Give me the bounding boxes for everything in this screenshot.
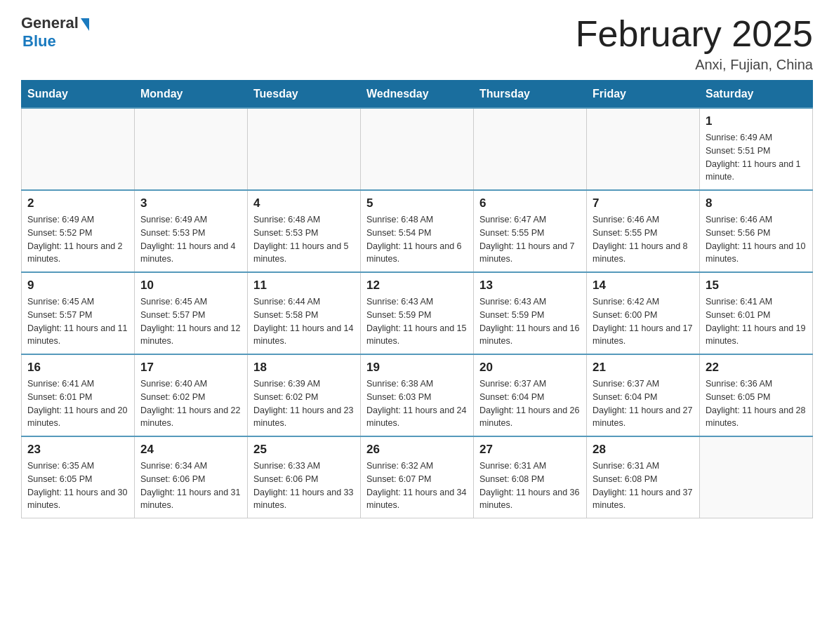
calendar-cell [248,108,361,190]
calendar-cell: 11Sunrise: 6:44 AMSunset: 5:58 PMDayligh… [248,272,361,354]
calendar-cell [22,108,135,190]
day-info: Sunrise: 6:31 AMSunset: 6:08 PMDaylight:… [479,459,581,512]
day-number: 26 [366,443,468,457]
week-row-1: 1Sunrise: 6:49 AMSunset: 5:51 PMDaylight… [22,108,813,190]
day-number: 10 [140,279,241,293]
calendar-cell: 14Sunrise: 6:42 AMSunset: 6:00 PMDayligh… [587,272,700,354]
day-info: Sunrise: 6:43 AMSunset: 5:59 PMDaylight:… [366,295,468,348]
day-info: Sunrise: 6:34 AMSunset: 6:06 PMDaylight:… [140,459,241,512]
day-number: 15 [706,279,807,293]
calendar-cell: 26Sunrise: 6:32 AMSunset: 6:07 PMDayligh… [361,436,474,518]
day-info: Sunrise: 6:40 AMSunset: 6:02 PMDaylight:… [140,377,241,430]
day-number: 28 [593,443,694,457]
day-number: 23 [27,443,128,457]
calendar-cell [587,108,700,190]
day-info: Sunrise: 6:38 AMSunset: 6:03 PMDaylight:… [366,377,468,430]
calendar-body: 1Sunrise: 6:49 AMSunset: 5:51 PMDaylight… [22,108,813,518]
header-row: SundayMondayTuesdayWednesdayThursdayFrid… [22,81,813,109]
calendar-cell: 17Sunrise: 6:40 AMSunset: 6:02 PMDayligh… [135,354,248,436]
calendar-cell: 4Sunrise: 6:48 AMSunset: 5:53 PMDaylight… [248,190,361,272]
day-number: 5 [366,196,468,210]
calendar-cell: 3Sunrise: 6:49 AMSunset: 5:53 PMDaylight… [135,190,248,272]
calendar-cell: 22Sunrise: 6:36 AMSunset: 6:05 PMDayligh… [700,354,813,436]
day-number: 21 [593,361,694,375]
day-number: 9 [27,279,128,293]
calendar-cell: 28Sunrise: 6:31 AMSunset: 6:08 PMDayligh… [587,436,700,518]
calendar-cell: 15Sunrise: 6:41 AMSunset: 6:01 PMDayligh… [700,272,813,354]
calendar-cell: 7Sunrise: 6:46 AMSunset: 5:55 PMDaylight… [587,190,700,272]
calendar-cell [135,108,248,190]
page-header: General Blue February 2025 Anxi, Fujian,… [21,14,813,73]
day-number: 20 [479,361,581,375]
day-info: Sunrise: 6:49 AMSunset: 5:51 PMDaylight:… [706,131,807,184]
header-day-monday: Monday [135,81,248,109]
calendar-cell: 1Sunrise: 6:49 AMSunset: 5:51 PMDaylight… [700,108,813,190]
day-number: 16 [27,361,128,375]
day-info: Sunrise: 6:45 AMSunset: 5:57 PMDaylight:… [140,295,241,348]
day-number: 22 [706,361,807,375]
calendar-cell [361,108,474,190]
day-number: 7 [593,196,694,210]
header-day-saturday: Saturday [700,81,813,109]
calendar-header: SundayMondayTuesdayWednesdayThursdayFrid… [22,81,813,109]
calendar-table: SundayMondayTuesdayWednesdayThursdayFrid… [21,80,813,518]
day-info: Sunrise: 6:36 AMSunset: 6:05 PMDaylight:… [706,377,807,430]
logo-arrow-icon [81,18,89,31]
calendar-cell: 24Sunrise: 6:34 AMSunset: 6:06 PMDayligh… [135,436,248,518]
day-number: 13 [479,279,581,293]
day-info: Sunrise: 6:45 AMSunset: 5:57 PMDaylight:… [27,295,128,348]
day-info: Sunrise: 6:46 AMSunset: 5:56 PMDaylight:… [706,213,807,266]
calendar-cell: 23Sunrise: 6:35 AMSunset: 6:05 PMDayligh… [22,436,135,518]
day-number: 27 [479,443,581,457]
day-number: 1 [706,114,807,128]
day-number: 14 [593,279,694,293]
day-info: Sunrise: 6:49 AMSunset: 5:53 PMDaylight:… [140,213,241,266]
week-row-2: 2Sunrise: 6:49 AMSunset: 5:52 PMDaylight… [22,190,813,272]
calendar-cell [700,436,813,518]
week-row-5: 23Sunrise: 6:35 AMSunset: 6:05 PMDayligh… [22,436,813,518]
header-day-wednesday: Wednesday [361,81,474,109]
day-info: Sunrise: 6:47 AMSunset: 5:55 PMDaylight:… [479,213,581,266]
calendar-cell: 13Sunrise: 6:43 AMSunset: 5:59 PMDayligh… [474,272,587,354]
day-info: Sunrise: 6:35 AMSunset: 6:05 PMDaylight:… [27,459,128,512]
day-info: Sunrise: 6:46 AMSunset: 5:55 PMDaylight:… [593,213,694,266]
day-number: 8 [706,196,807,210]
calendar-cell: 5Sunrise: 6:48 AMSunset: 5:54 PMDaylight… [361,190,474,272]
calendar-cell: 8Sunrise: 6:46 AMSunset: 5:56 PMDaylight… [700,190,813,272]
day-info: Sunrise: 6:41 AMSunset: 6:01 PMDaylight:… [27,377,128,430]
day-number: 18 [253,361,355,375]
day-info: Sunrise: 6:44 AMSunset: 5:58 PMDaylight:… [253,295,355,348]
calendar-cell [474,108,587,190]
header-day-thursday: Thursday [474,81,587,109]
day-number: 2 [27,196,128,210]
day-info: Sunrise: 6:39 AMSunset: 6:02 PMDaylight:… [253,377,355,430]
header-day-tuesday: Tuesday [248,81,361,109]
day-number: 17 [140,361,241,375]
day-number: 3 [140,196,241,210]
calendar-cell: 9Sunrise: 6:45 AMSunset: 5:57 PMDaylight… [22,272,135,354]
day-info: Sunrise: 6:41 AMSunset: 6:01 PMDaylight:… [706,295,807,348]
day-number: 6 [479,196,581,210]
calendar-cell: 10Sunrise: 6:45 AMSunset: 5:57 PMDayligh… [135,272,248,354]
day-info: Sunrise: 6:42 AMSunset: 6:00 PMDaylight:… [593,295,694,348]
calendar-cell: 18Sunrise: 6:39 AMSunset: 6:02 PMDayligh… [248,354,361,436]
day-number: 19 [366,361,468,375]
calendar-cell: 19Sunrise: 6:38 AMSunset: 6:03 PMDayligh… [361,354,474,436]
calendar-cell: 27Sunrise: 6:31 AMSunset: 6:08 PMDayligh… [474,436,587,518]
header-day-friday: Friday [587,81,700,109]
calendar-cell: 6Sunrise: 6:47 AMSunset: 5:55 PMDaylight… [474,190,587,272]
day-info: Sunrise: 6:32 AMSunset: 6:07 PMDaylight:… [366,459,468,512]
day-number: 25 [253,443,355,457]
logo: General Blue [21,14,89,51]
header-day-sunday: Sunday [22,81,135,109]
day-info: Sunrise: 6:43 AMSunset: 5:59 PMDaylight:… [479,295,581,348]
logo-general-text: General [21,14,79,32]
day-info: Sunrise: 6:48 AMSunset: 5:53 PMDaylight:… [253,213,355,266]
week-row-3: 9Sunrise: 6:45 AMSunset: 5:57 PMDaylight… [22,272,813,354]
day-info: Sunrise: 6:37 AMSunset: 6:04 PMDaylight:… [593,377,694,430]
day-number: 12 [366,279,468,293]
day-info: Sunrise: 6:49 AMSunset: 5:52 PMDaylight:… [27,213,128,266]
calendar-cell: 12Sunrise: 6:43 AMSunset: 5:59 PMDayligh… [361,272,474,354]
day-info: Sunrise: 6:48 AMSunset: 5:54 PMDaylight:… [366,213,468,266]
calendar-cell: 21Sunrise: 6:37 AMSunset: 6:04 PMDayligh… [587,354,700,436]
